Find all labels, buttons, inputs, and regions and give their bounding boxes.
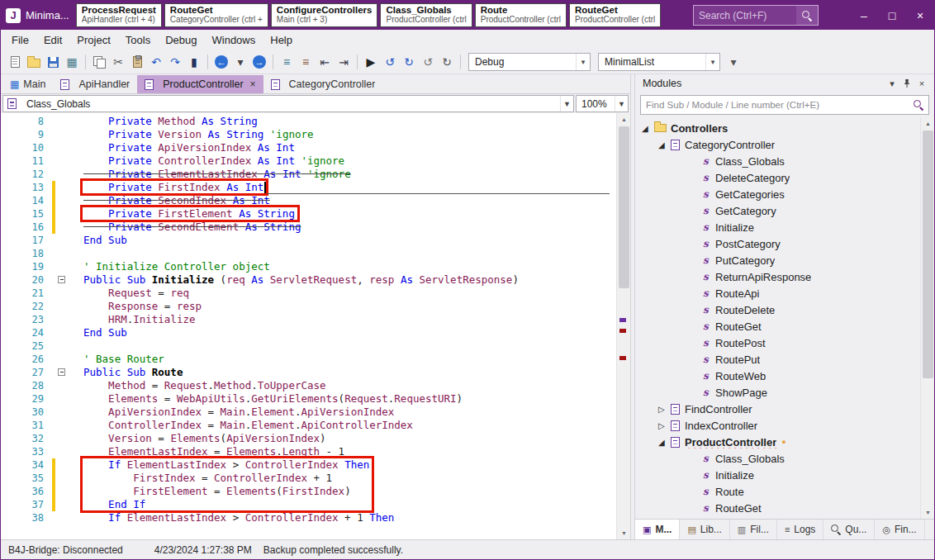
panel-tab-logs[interactable]: ≡Logs	[777, 520, 823, 539]
editor-vertical-scrollbar[interactable]: ▲ ▼	[616, 113, 630, 539]
step-over-icon[interactable]: ↻	[400, 53, 418, 71]
collapse-icon[interactable]: ◢	[658, 438, 671, 447]
tree-item-routedelete[interactable]: sRouteDelete	[635, 301, 934, 318]
menu-debug[interactable]: Debug	[158, 31, 204, 49]
minimize-button[interactable]: –	[850, 1, 878, 30]
close-icon[interactable]: ×	[250, 78, 256, 90]
tree-item-class-globals[interactable]: sClass_Globals	[635, 450, 934, 467]
tab-main[interactable]: ▦Main	[2, 75, 53, 93]
collapse-icon[interactable]: ◢	[658, 140, 671, 149]
panel-tab-fil[interactable]: ▥Fil...	[730, 520, 777, 539]
open-project-icon[interactable]	[25, 53, 43, 71]
cut-icon[interactable]: ✂	[109, 53, 127, 71]
tree-item-controllers[interactable]: ◢Controllers	[635, 120, 934, 136]
scrollbar-thumb[interactable]	[619, 126, 629, 288]
close-button[interactable]: ×	[906, 1, 934, 30]
tree-item-routeweb[interactable]: sRouteWeb	[635, 368, 934, 384]
undo-icon[interactable]: ↶	[147, 53, 165, 71]
tree-item-class-globals[interactable]: sClass_Globals	[635, 153, 934, 169]
panel-close-icon[interactable]: ×	[914, 76, 929, 91]
tree-item-getcategories[interactable]: sGetCategories	[635, 186, 934, 202]
chevron-down-icon[interactable]: ▼	[615, 96, 628, 112]
navigate-forward-icon[interactable]: →	[250, 53, 268, 71]
search-button[interactable]	[796, 6, 818, 25]
panel-tab-m[interactable]: ▣M...	[635, 520, 680, 539]
sub-selector-combo[interactable]: Class_Globals ▼	[2, 95, 574, 112]
tree-item-initialize[interactable]: sInitialize	[635, 467, 934, 483]
panel-menu-icon[interactable]: ▾	[885, 76, 899, 91]
tree-item-indexcontroller[interactable]: ▷IndexController	[635, 417, 934, 434]
expand-icon[interactable]: ▷	[658, 421, 671, 430]
quick-access-card-route[interactable]: RouteProductController (ctrl	[475, 3, 567, 27]
tree-item-routeapi[interactable]: sRouteApi	[635, 285, 934, 301]
tree-item-route[interactable]: sRoute	[635, 483, 934, 500]
quick-access-card-processrequest[interactable]: ProcessRequestApiHandler (ctrl + 4)	[76, 3, 162, 27]
tree-item-findcontroller[interactable]: ▷FindController	[635, 401, 934, 417]
scrollbar-thumb[interactable]	[923, 131, 933, 378]
tree-item-categorycontroller[interactable]: ◢CategoryController	[635, 136, 934, 153]
quick-access-card-class-globals[interactable]: Class_GlobalsProductController (ctrl	[380, 3, 472, 27]
tree-scrollbar[interactable]: ▲ ▼	[920, 117, 934, 519]
build-configuration-combo[interactable]: Debug▾	[468, 53, 591, 71]
step-into-icon[interactable]: ↺	[419, 53, 437, 71]
pin-icon[interactable]	[899, 76, 914, 91]
tab-productcontroller[interactable]: ProductController×	[137, 75, 263, 93]
scroll-up-icon[interactable]: ▲	[617, 113, 630, 126]
tree-item-postcategory[interactable]: sPostCategory	[635, 235, 934, 252]
run-icon[interactable]: ▶	[362, 53, 380, 71]
maximize-button[interactable]: □	[878, 1, 906, 30]
redo-icon[interactable]: ↷	[166, 53, 184, 71]
tab-apihandler[interactable]: ApiHandler	[53, 75, 137, 93]
restart-icon[interactable]: ↻	[438, 53, 456, 71]
quick-access-card-routeget[interactable]: RouteGetCategoryController (ctrl +	[164, 3, 268, 27]
resume-icon[interactable]: ↺	[381, 53, 399, 71]
run-configuration-combo[interactable]: MinimalList▾	[598, 53, 720, 71]
fold-collapse-icon[interactable]	[58, 368, 65, 376]
menu-tools[interactable]: Tools	[118, 31, 158, 49]
tree-item-putcategory[interactable]: sPutCategory	[635, 252, 934, 268]
menu-windows[interactable]: Windows	[205, 31, 263, 49]
panel-tab-lib[interactable]: ▤Lib...	[680, 520, 729, 539]
zoom-combo[interactable]: 100% ▼	[576, 95, 629, 112]
indent-icon[interactable]: ⇥	[335, 53, 353, 71]
toolbar-overflow-icon[interactable]: ▾	[724, 53, 743, 71]
scroll-down-icon[interactable]: ▼	[617, 527, 630, 539]
navigate-back-menu-icon[interactable]: ▾	[231, 53, 249, 71]
comment-icon[interactable]: ≡	[278, 53, 296, 71]
menu-help[interactable]: Help	[263, 31, 300, 49]
copy-icon[interactable]	[90, 53, 108, 71]
outdent-icon[interactable]: ⇤	[316, 53, 334, 71]
collapse-icon[interactable]: ◢	[642, 124, 654, 133]
tab-categorycontroller[interactable]: CategoryController	[263, 75, 383, 93]
new-module-icon[interactable]	[6, 53, 24, 71]
expand-icon[interactable]: ▷	[658, 405, 671, 414]
panel-tab-fin[interactable]: ◎Fin...	[875, 520, 924, 539]
tree-item-routeput[interactable]: sRoutePut	[635, 351, 934, 368]
scroll-down-icon[interactable]: ▼	[921, 506, 934, 519]
tree-item-returnapiresponse[interactable]: sReturnApiResponse	[635, 268, 934, 285]
save-icon[interactable]	[44, 53, 62, 71]
scroll-up-icon[interactable]: ▲	[921, 117, 934, 130]
tree-item-routepost[interactable]: sRoutePost	[635, 335, 934, 351]
quick-access-card-configurecontrollers[interactable]: ConfigureControllersMain (ctrl + 3)	[271, 3, 378, 27]
panel-tab-qu[interactable]: Qu...	[823, 520, 875, 539]
tree-item-showpage[interactable]: sShowPage	[635, 384, 934, 401]
fold-collapse-icon[interactable]	[58, 276, 65, 283]
menu-file[interactable]: File	[4, 31, 36, 49]
chevron-down-icon[interactable]: ▼	[560, 96, 573, 112]
tree-item-productcontroller[interactable]: ◢ProductController●	[635, 434, 934, 450]
uncomment-icon[interactable]: ≡	[297, 53, 315, 71]
package-icon[interactable]: ▦	[63, 53, 81, 71]
find-sub-input[interactable]	[641, 100, 909, 110]
tree-item-routeget[interactable]: sRouteGet	[635, 500, 934, 516]
bookmark-icon[interactable]: ▮	[185, 53, 203, 71]
tree-item-deletecategory[interactable]: sDeleteCategory	[635, 169, 934, 186]
tree-item-getcategory[interactable]: sGetCategory	[635, 202, 934, 219]
paste-icon[interactable]	[128, 53, 146, 71]
menu-project[interactable]: Project	[69, 31, 117, 49]
tree-item-routeget[interactable]: sRouteGet	[635, 318, 934, 335]
quick-access-card-routeget[interactable]: RouteGetProductController (ctrl	[569, 3, 661, 27]
tree-item-initialize[interactable]: sInitialize	[635, 219, 934, 235]
code-area[interactable]: 8 Private Method As String9 Private Vers…	[1, 113, 630, 539]
menu-edit[interactable]: Edit	[36, 31, 69, 49]
